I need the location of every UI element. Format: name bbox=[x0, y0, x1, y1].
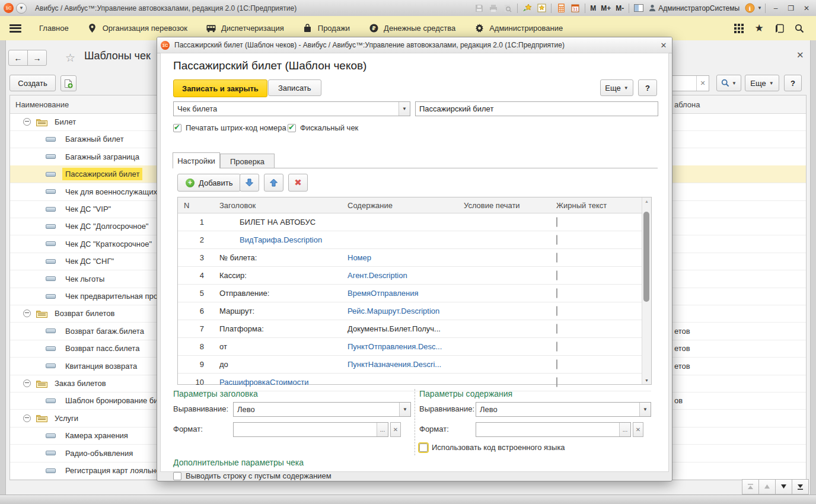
close-button[interactable]: ✕ bbox=[799, 2, 814, 14]
bold-checkbox[interactable] bbox=[556, 359, 557, 369]
main-menu-dropdown-icon[interactable]: ▼ bbox=[16, 3, 27, 14]
print-barcode-option[interactable]: Печатать штрих-код номера bbox=[173, 123, 286, 132]
row-content-cell[interactable]: Документы.Билет.Получ... bbox=[342, 324, 458, 333]
ellipsis-button[interactable]: ... bbox=[377, 423, 388, 436]
save-and-close-button[interactable]: Записать и закрыть bbox=[173, 79, 267, 97]
table-row[interactable]: 8отПунктОтправления.Desc... bbox=[178, 338, 651, 356]
current-user[interactable]: АдминистраторСистемы bbox=[646, 4, 742, 12]
row-header-cell[interactable]: Платформа: bbox=[213, 324, 342, 333]
hamburger-menu-icon[interactable] bbox=[9, 24, 21, 33]
save-button[interactable]: Записать bbox=[268, 79, 321, 96]
template-name-input[interactable] bbox=[416, 104, 658, 113]
delete-row-button[interactable]: ✖ bbox=[288, 174, 308, 192]
row-header-cell[interactable]: ВидТарифа.Description bbox=[213, 235, 342, 244]
create-button[interactable]: Создать bbox=[9, 75, 56, 91]
fiscal-check-checkbox[interactable] bbox=[288, 124, 296, 132]
dialog-titlebar[interactable]: 1С Пассажирский билет (Шаблон чеков) - А… bbox=[157, 37, 672, 53]
move-up-button[interactable] bbox=[264, 174, 283, 192]
ellipsis-button[interactable]: ... bbox=[619, 423, 630, 436]
table-row[interactable]: 1БИЛЕТ НА АВТОБУС bbox=[178, 213, 651, 231]
dialog-help-button[interactable]: ? bbox=[638, 79, 657, 96]
print-empty-rows-checkbox[interactable] bbox=[173, 472, 181, 480]
row-content-cell[interactable]: ПунктНазначения.Descri... bbox=[342, 360, 458, 369]
row-bold-cell[interactable] bbox=[549, 324, 634, 333]
calculator-icon[interactable] bbox=[554, 2, 568, 14]
bold-checkbox[interactable] bbox=[556, 306, 557, 316]
tab-check[interactable]: Проверка bbox=[220, 154, 275, 168]
combo-arrow-icon[interactable]: ▼ bbox=[399, 102, 410, 116]
row-bold-cell[interactable] bbox=[549, 342, 634, 351]
combo-arrow-icon[interactable]: ▼ bbox=[639, 403, 651, 416]
row-content-cell[interactable]: Рейс.Маршрут.Description bbox=[342, 307, 458, 315]
create-group-icon-button[interactable] bbox=[60, 75, 76, 91]
favorites-star-icon[interactable]: ★ bbox=[752, 21, 766, 36]
row-content-cell[interactable]: ПунктОтправления.Desc... bbox=[342, 342, 458, 351]
memory-m-minus-button[interactable]: M- bbox=[614, 4, 626, 12]
save-icon[interactable] bbox=[473, 2, 486, 14]
table-row[interactable]: 6Маршрут:Рейс.Маршрут.Description bbox=[178, 302, 651, 320]
print-icon[interactable] bbox=[487, 2, 500, 14]
bold-checkbox[interactable] bbox=[556, 270, 557, 280]
print-empty-rows-option[interactable]: Выводить строку с пустым содержанием bbox=[173, 471, 332, 480]
add-favorite-icon[interactable] bbox=[521, 2, 534, 14]
bold-checkbox[interactable] bbox=[556, 253, 557, 263]
table-scrollbar[interactable]: ▲ ▼ bbox=[642, 197, 651, 384]
print-preview-icon[interactable] bbox=[501, 2, 514, 14]
maximize-button[interactable]: ❒ bbox=[784, 2, 798, 14]
row-header-cell[interactable]: БИЛЕТ НА АВТОБУС bbox=[213, 218, 342, 227]
row-bold-cell[interactable] bbox=[549, 235, 634, 244]
search-clear-icon[interactable]: ✕ bbox=[696, 76, 709, 91]
history-icon[interactable] bbox=[772, 21, 786, 36]
hp-format-clear-button[interactable]: ✕ bbox=[390, 422, 401, 437]
row-header-cell[interactable]: Отправление: bbox=[213, 289, 342, 298]
row-bold-cell[interactable] bbox=[549, 307, 634, 315]
list-help-button[interactable]: ? bbox=[784, 75, 802, 91]
cp-format-input[interactable]: ... bbox=[476, 422, 631, 437]
move-down-button[interactable] bbox=[240, 174, 259, 192]
row-content-cell[interactable]: Номер bbox=[342, 253, 458, 262]
collapse-icon[interactable] bbox=[23, 310, 31, 317]
memory-m-button[interactable]: M bbox=[588, 4, 598, 12]
template-name-field[interactable] bbox=[415, 101, 658, 116]
bold-checkbox[interactable] bbox=[556, 288, 557, 298]
table-row[interactable]: 2ВидТарифа.Description bbox=[178, 231, 651, 249]
page-close-icon[interactable]: ✕ bbox=[796, 50, 804, 60]
scroll-down-icon[interactable]: ▼ bbox=[645, 378, 649, 382]
row-bold-cell[interactable] bbox=[549, 218, 634, 227]
row-bold-cell[interactable] bbox=[549, 360, 634, 369]
row-header-cell[interactable]: Кассир: bbox=[213, 271, 342, 280]
row-header-cell[interactable]: № билета: bbox=[213, 253, 342, 262]
row-header-cell[interactable]: Маршрут: bbox=[213, 307, 342, 315]
dialog-close-icon[interactable]: ✕ bbox=[655, 39, 672, 52]
row-bold-cell[interactable] bbox=[549, 289, 634, 298]
table-row[interactable]: 7Платформа:Документы.Билет.Получ... bbox=[178, 320, 651, 338]
go-last-button[interactable] bbox=[792, 479, 809, 495]
row-content-cell[interactable]: ВремяОтправления bbox=[342, 289, 458, 298]
use-embedded-language-checkbox[interactable] bbox=[419, 444, 428, 452]
split-window-icon[interactable] bbox=[632, 2, 645, 14]
list-more-button[interactable]: Еще▼ bbox=[745, 75, 779, 91]
memory-m-plus-button[interactable]: M+ bbox=[599, 4, 613, 12]
table-header-row[interactable]: N Заголовок Содержание Условие печати Жи… bbox=[178, 197, 651, 213]
scrollbar-thumb[interactable] bbox=[643, 212, 649, 302]
search-button[interactable]: ▼ bbox=[716, 75, 741, 91]
dialog-more-button[interactable]: Еще▼ bbox=[600, 79, 633, 96]
row-bold-cell[interactable] bbox=[549, 253, 634, 262]
table-row[interactable]: 4Кассир:Агент.Description bbox=[178, 267, 651, 285]
hp-format-input[interactable]: ... bbox=[233, 422, 388, 437]
print-barcode-checkbox[interactable] bbox=[173, 124, 181, 132]
use-embedded-language-option[interactable]: Использовать код встроенного языка bbox=[419, 443, 565, 452]
table-row[interactable]: 9доПунктНазначения.Descri... bbox=[178, 356, 651, 374]
favorites-icon[interactable] bbox=[535, 2, 548, 14]
fiscal-check-option[interactable]: Фискальный чек bbox=[288, 123, 358, 132]
tab-settings[interactable]: Настройки bbox=[173, 152, 220, 168]
collapse-icon[interactable] bbox=[23, 379, 31, 387]
row-bold-cell[interactable] bbox=[549, 271, 634, 280]
bold-checkbox[interactable] bbox=[556, 324, 557, 334]
cp-align-combo[interactable]: Лево ▼ bbox=[476, 402, 651, 417]
row-header-cell[interactable]: РасшифровкаСтоимости bbox=[213, 378, 342, 387]
info-icon[interactable]: i bbox=[743, 2, 756, 14]
collapse-icon[interactable] bbox=[23, 414, 31, 422]
calendar-icon[interactable]: 31 bbox=[569, 2, 582, 14]
search-icon[interactable] bbox=[792, 21, 807, 36]
